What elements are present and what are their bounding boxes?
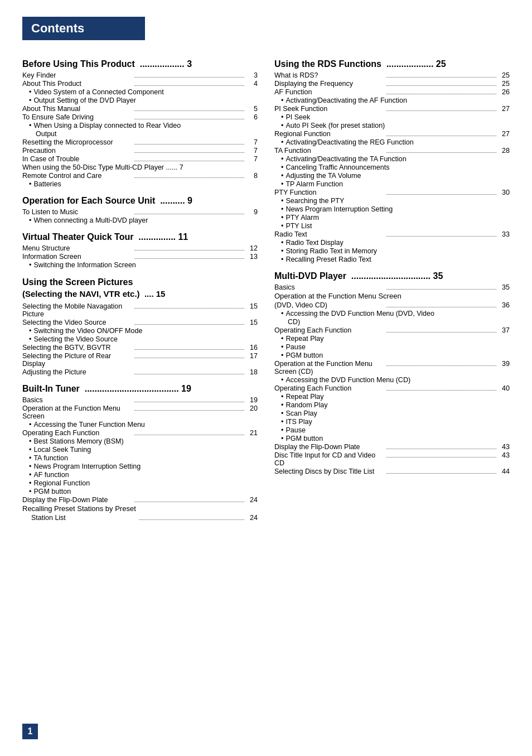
sub-item: •Scan Play	[274, 410, 510, 417]
contents-header: Contents	[22, 17, 510, 51]
section-built-in-tuner: Built-In Tuner .........................…	[22, 384, 258, 522]
toc-entry: Basics 19	[22, 396, 258, 404]
toc-entry: Operating Each Function 40	[274, 384, 510, 392]
toc-entry: Display the Flip-Down Plate 43	[274, 443, 510, 451]
toc-entry: What is RDS? 25	[274, 71, 510, 79]
sub-item: •Accessing the DVD Function Menu (CD)	[274, 376, 510, 384]
toc-entry: To Listen to Music 9	[22, 208, 258, 216]
sub-item: •Pause	[274, 426, 510, 434]
toc-entry: Operating Each Function 21	[22, 429, 258, 437]
toc-entry: AF Function 26	[274, 88, 510, 96]
sub-item: •Radio Text Display	[274, 239, 510, 247]
sub-item: •News Program Interruption Setting	[22, 463, 258, 470]
left-column: Before Using This Product ..............…	[22, 51, 258, 527]
sub-item: •Recalling Preset Radio Text	[274, 256, 510, 263]
sub-item: •Pause	[274, 343, 510, 351]
section-title-rds-functions: Using the RDS Functions ................…	[274, 59, 510, 69]
section-multi-dvd: Multi-DVD Player .......................…	[274, 271, 510, 475]
sub-item: •News Program Interruption Setting	[274, 205, 510, 213]
toc-entry: PI Seek Function 27	[274, 105, 510, 113]
section-rds-functions: Using the RDS Functions ................…	[274, 59, 510, 263]
section-title-operation-source: Operation for Each Source Unit .........…	[22, 196, 258, 206]
section-before-using: Before Using This Product ..............…	[22, 59, 258, 188]
toc-entry: Adjusting the Picture 18	[22, 368, 258, 376]
sub-item: •Canceling Traffic Announcements	[274, 163, 510, 171]
sub-item: •Auto PI Seek (for preset station)	[274, 122, 510, 129]
sub-item: •Batteries	[22, 180, 258, 188]
sub-item: •Best Stations Memory (BSM)	[22, 437, 258, 445]
toc-entry: Menu Structure 12	[22, 244, 258, 252]
page-container: Contents Before Using This Product .....…	[22, 17, 510, 527]
sub-item: •Activating/Deactivating the REG Functio…	[274, 138, 510, 146]
sub-item: •Selecting the Video Source	[22, 335, 258, 343]
sub-item: •Switching the Information Screen	[22, 261, 258, 269]
toc-entry: Station List 24	[22, 514, 258, 522]
toc-entry: When using the 50-Disc Type Multi-CD Pla…	[22, 163, 258, 171]
section-title-built-in-tuner: Built-In Tuner .........................…	[22, 384, 258, 394]
toc-entry: Disc Title Input for CD and Video CD 43	[274, 451, 510, 467]
sub-item: •Switching the Video ON/OFF Mode	[22, 327, 258, 335]
sub-item: •TA function	[22, 454, 258, 462]
toc-entry: About This Product 4	[22, 80, 258, 88]
sub-item: •PI Seek	[274, 113, 510, 121]
toc-entry: To Ensure Safe Driving 6	[22, 113, 258, 121]
sub-item: •Storing Radio Text in Memory	[274, 247, 510, 255]
two-column-layout: Before Using This Product ..............…	[22, 51, 510, 527]
sub-item: •Searching the PTY	[274, 197, 510, 205]
toc-entry: Display the Flip-Down Plate 24	[22, 496, 258, 504]
section-title-before-using: Before Using This Product ..............…	[22, 59, 258, 69]
sub-item: •Video System of a Connected Component	[22, 88, 258, 96]
sub-item: •Activating/Deactivating the TA Function	[274, 155, 510, 163]
sub-item: •Accessing the DVD Function Menu (DVD, V…	[274, 310, 510, 317]
toc-entry: Remote Control and Care 8	[22, 172, 258, 180]
sub-item: •TP Alarm Function	[274, 180, 510, 188]
section-virtual-theater: Virtual Theater Quick Tour .............…	[22, 232, 258, 269]
toc-entry: Operating Each Function 37	[274, 326, 510, 334]
section-operation-source: Operation for Each Source Unit .........…	[22, 196, 258, 224]
sub-item: •Activating/Deactivating the AF Function	[274, 97, 510, 104]
sub-item: •Adjusting the TA Volume	[274, 172, 510, 180]
sub-item: •ITS Play	[274, 418, 510, 426]
sub-item: •Regional Function	[22, 479, 258, 487]
section-title-virtual-theater: Virtual Theater Quick Tour .............…	[22, 232, 258, 242]
toc-entry: Selecting the BGTV, BGVTR 16	[22, 344, 258, 351]
sub-item: •Repeat Play	[274, 335, 510, 343]
sub-item: •When Using a Display connected to Rear …	[22, 122, 258, 129]
sub-item: •Random Play	[274, 401, 510, 409]
toc-entry: Operation at the Function Menu Screen (C…	[274, 360, 510, 375]
sub-item: Output	[22, 130, 258, 138]
toc-entry: Information Screen 13	[22, 253, 258, 261]
toc-entry: Radio Text 33	[274, 230, 510, 238]
sub-item: •Repeat Play	[274, 393, 510, 401]
section-screen-pictures: Using the Screen Pictures (Selecting the…	[22, 277, 258, 376]
toc-entry: In Case of Trouble 7	[22, 155, 258, 163]
page-number: 1	[22, 724, 38, 739]
section-title-screen-pictures: Using the Screen Pictures (Selecting the…	[22, 277, 258, 300]
toc-entry: Displaying the Frequency 25	[274, 80, 510, 88]
toc-entry: Selecting Discs by Disc Title List 44	[274, 468, 510, 475]
toc-entry: About This Manual 5	[22, 105, 258, 113]
sub-item: •PTY List	[274, 222, 510, 230]
toc-entry-label: Operation at the Function Menu Screen	[274, 292, 510, 300]
sub-item: •PTY Alarm	[274, 214, 510, 221]
toc-entry: PTY Function 30	[274, 189, 510, 196]
toc-entry: Key Finder 3	[22, 71, 258, 79]
sub-item: CD)	[274, 318, 510, 326]
sub-item: •Accessing the Tuner Function Menu	[22, 421, 258, 428]
toc-entry: Operation at the Function Menu Screen 20	[22, 405, 258, 420]
toc-entry: Selecting the Mobile Navagation Picture …	[22, 302, 258, 318]
toc-entry: (DVD, Video CD) 36	[274, 301, 510, 309]
toc-entry: Resetting the Microprocessor 7	[22, 138, 258, 146]
toc-entry: Precaution 7	[22, 147, 258, 155]
right-column: Using the RDS Functions ................…	[274, 51, 510, 527]
toc-entry: TA Function 28	[274, 147, 510, 155]
sub-item: •Output Setting of the DVD Player	[22, 97, 258, 104]
toc-entry: Selecting the Picture of Rear Display 17	[22, 352, 258, 368]
sub-item: •Local Seek Tuning	[22, 446, 258, 454]
toc-entry: Recalling Preset Stations by Preset	[22, 504, 258, 513]
section-title-multi-dvd: Multi-DVD Player .......................…	[274, 271, 510, 281]
toc-entry: Basics 35	[274, 283, 510, 291]
sub-item: •PGM button	[274, 351, 510, 359]
toc-entry: Regional Function 27	[274, 130, 510, 138]
sub-item: •When connecting a Multi-DVD player	[22, 216, 258, 224]
